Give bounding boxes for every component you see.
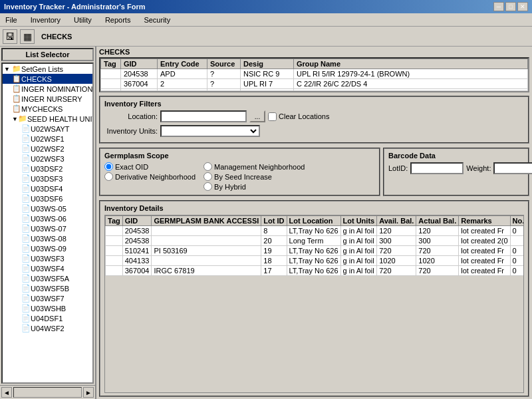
tree-item-u04wsf2[interactable]: 📄 U04WSF2 bbox=[3, 323, 92, 333]
cell-group-2: C 22/IR 26/C 22/DS 4 bbox=[294, 79, 528, 89]
tree-item-u03dsf3[interactable]: 📄 U03DSF3 bbox=[3, 174, 92, 184]
location-browse-button[interactable]: ... bbox=[249, 110, 265, 122]
scroll-right-button[interactable]: ► bbox=[83, 387, 94, 398]
icon-u03dsf3: 📄 bbox=[21, 174, 31, 183]
location-label: Location: bbox=[104, 112, 158, 120]
tree-item-u03wsf5a[interactable]: 📄 U03WSF5A bbox=[3, 273, 92, 283]
clear-locations-checkbox[interactable] bbox=[268, 112, 277, 121]
toolbar-icon2[interactable]: ▦ bbox=[20, 29, 35, 44]
tree-area[interactable]: ▼ 📁 SetGen Lists 📋 CHECKS 📋 INGER NOMINA… bbox=[1, 63, 94, 384]
tree-label-mychecks: MYCHECKS bbox=[21, 105, 63, 113]
menu-security[interactable]: Security bbox=[141, 15, 173, 25]
tree-item-checks[interactable]: 📋 CHECKS bbox=[3, 74, 92, 84]
detail-row-3[interactable]: 510241 PI 503169 19 LT,Tray No 626 g in … bbox=[106, 246, 525, 256]
inventory-details-section: Inventory Details Tag GID GERMPLASM BANK… bbox=[99, 200, 529, 397]
cell-desig-3 bbox=[241, 89, 294, 91]
tree-item-setgen[interactable]: ▼ 📁 SetGen Lists bbox=[3, 64, 92, 74]
horizontal-scrollbar[interactable] bbox=[13, 387, 82, 398]
tree-item-u03ws05[interactable]: 📄 U03WS-05 bbox=[3, 203, 92, 213]
management-radio[interactable] bbox=[203, 162, 212, 171]
tree-item-u02wsf3[interactable]: 📄 U02WSF3 bbox=[3, 154, 92, 164]
icon-u03wsf7: 📄 bbox=[21, 294, 31, 303]
tree-item-u03wsf5b[interactable]: 📄 U03WSF5B bbox=[3, 283, 92, 293]
d-reserv-4: 0 bbox=[510, 256, 524, 266]
clear-locations-label: Clear Locations bbox=[268, 112, 329, 121]
tree-label-setgen: SetGen Lists bbox=[21, 65, 63, 73]
maximize-button[interactable]: □ bbox=[505, 2, 516, 11]
d-reserv-5: 0 bbox=[510, 266, 524, 276]
tree-item-u03wsf7[interactable]: 📄 U03WSF7 bbox=[3, 293, 92, 303]
expand-icon-setgen[interactable]: ▼ bbox=[4, 66, 12, 72]
window-controls: ─ □ ✕ bbox=[493, 2, 528, 11]
management-neighborhood-option[interactable]: Management Neighborhood bbox=[203, 162, 305, 171]
weight-input[interactable] bbox=[493, 162, 532, 174]
cell-group-3 bbox=[294, 89, 528, 91]
menu-utility[interactable]: Utility bbox=[71, 15, 94, 25]
exact-oid-option[interactable]: Exact OID bbox=[104, 162, 196, 171]
checks-row-2[interactable]: 367004 2 ? UPL RI 7 C 22/IR 26/C 22/DS 4 bbox=[101, 79, 528, 89]
icon-seed-health: 📁 bbox=[18, 114, 27, 123]
details-table: Tag GID GERMPLASM BANK ACCESSI Lot ID Lo… bbox=[105, 215, 524, 276]
tree-item-u02wsf2[interactable]: 📄 U02WSF2 bbox=[3, 144, 92, 154]
details-table-wrapper[interactable]: Tag GID GERMPLASM BANK ACCESSI Lot ID Lo… bbox=[104, 215, 524, 393]
tree-item-u03wshb[interactable]: 📄 U03WSHB bbox=[3, 303, 92, 313]
tree-label-u03wsf3: U03WSF3 bbox=[31, 255, 65, 263]
detail-row-5[interactable]: 367004 IRGC 67819 17 LT,Tray No 626 g in… bbox=[106, 266, 525, 276]
inventory-units-select[interactable] bbox=[160, 125, 260, 137]
cell-source-3 bbox=[207, 89, 241, 91]
derivative-label: Derivative Neighborhood bbox=[115, 173, 196, 181]
derivative-neighborhood-option[interactable]: Derivative Neighborhood bbox=[104, 172, 196, 181]
checks-label: CHECKS bbox=[41, 33, 72, 41]
menu-file[interactable]: File bbox=[3, 15, 20, 25]
tree-item-u03ws08[interactable]: 📄 U03WS-08 bbox=[3, 233, 92, 243]
detail-row-2[interactable]: 204538 20 Long Term g in Al foil 300 300… bbox=[106, 236, 525, 246]
d-actual-3: 720 bbox=[416, 246, 459, 256]
by-seed-increase-option[interactable]: By Seed Increase bbox=[203, 172, 305, 181]
tree-item-seed-health[interactable]: ▼ 📁 SEED HEALTH UNIT bbox=[3, 114, 92, 124]
close-button[interactable]: ✕ bbox=[517, 2, 528, 11]
expand-icon-seed-health[interactable]: ▼ bbox=[12, 116, 18, 122]
menu-reports[interactable]: Reports bbox=[102, 15, 134, 25]
tree-item-u04dsf1[interactable]: 📄 U04DSF1 bbox=[3, 313, 92, 323]
col-source: Source bbox=[207, 59, 241, 69]
col-tag: Tag bbox=[101, 59, 121, 69]
icon-u03ws06: 📄 bbox=[21, 214, 31, 223]
tree-item-u03ws06[interactable]: 📄 U03WS-06 bbox=[3, 213, 92, 223]
col-desig: Desig bbox=[241, 59, 294, 69]
checks-row-3[interactable] bbox=[101, 89, 528, 91]
tree-item-u02wsayt[interactable]: 📄 U02WSAYT bbox=[3, 124, 92, 134]
cell-gid-2: 367004 bbox=[121, 79, 158, 89]
tree-item-u03dsf6[interactable]: 📄 U03DSF6 bbox=[3, 194, 92, 203]
lot-id-input[interactable] bbox=[410, 162, 464, 174]
tree-item-u03ws09[interactable]: 📄 U03WS-09 bbox=[3, 243, 92, 253]
col-gid: GID bbox=[121, 59, 158, 69]
checks-row-1[interactable]: 204538 APD ? NSIC RC 9 UPL RI 5/IR 12979… bbox=[101, 69, 528, 79]
derivative-radio[interactable] bbox=[104, 172, 113, 181]
tree-item-u03dsf4[interactable]: 📄 U03DSF4 bbox=[3, 184, 92, 194]
tree-item-mychecks[interactable]: 📋 MYCHECKS bbox=[3, 104, 92, 114]
exact-oid-radio[interactable] bbox=[104, 162, 113, 171]
icon-inger-nom: 📋 bbox=[12, 84, 21, 93]
minimize-button[interactable]: ─ bbox=[493, 2, 504, 11]
scroll-left-button[interactable]: ◄ bbox=[1, 387, 12, 398]
icon-u02wsf1: 📄 bbox=[21, 134, 31, 143]
toolbar-icon1[interactable]: 🖫 bbox=[3, 29, 17, 44]
tree-item-u03wsf3[interactable]: 📄 U03WSF3 bbox=[3, 253, 92, 263]
tree-item-inger-nom[interactable]: 📋 INGER NOMINATION LIS bbox=[3, 84, 92, 94]
by-hybrid-option[interactable]: By Hybrid bbox=[203, 182, 305, 191]
tree-item-u02wsf1[interactable]: 📄 U02WSF1 bbox=[3, 134, 92, 144]
tree-item-inger-nursery[interactable]: 📋 INGER NURSERY bbox=[3, 94, 92, 104]
right-panel: CHECKS Tag GID Entry Code Source Desig G… bbox=[96, 47, 532, 399]
seed-increase-radio[interactable] bbox=[203, 172, 212, 181]
location-input[interactable] bbox=[160, 110, 247, 122]
detail-row-1[interactable]: 204538 8 LT,Tray No 626 g in Al foil 120… bbox=[106, 226, 525, 236]
menu-inventory[interactable]: Inventory bbox=[28, 15, 63, 25]
tree-item-u03ws07[interactable]: 📄 U03WS-07 bbox=[3, 223, 92, 233]
tree-item-u03wsf4[interactable]: 📄 U03WSF4 bbox=[3, 263, 92, 273]
detail-row-4[interactable]: 404133 18 LT,Tray No 626 g in Al foil 10… bbox=[106, 256, 525, 266]
d-tag-2 bbox=[106, 236, 123, 246]
checks-table-wrapper[interactable]: Tag GID Entry Code Source Desig Group Na… bbox=[99, 57, 529, 92]
by-hybrid-radio[interactable] bbox=[203, 182, 212, 191]
tree-item-u03dsf2[interactable]: 📄 U03DSF2 bbox=[3, 164, 92, 174]
tree-label-u04dsf1: U04DSF1 bbox=[31, 315, 63, 323]
